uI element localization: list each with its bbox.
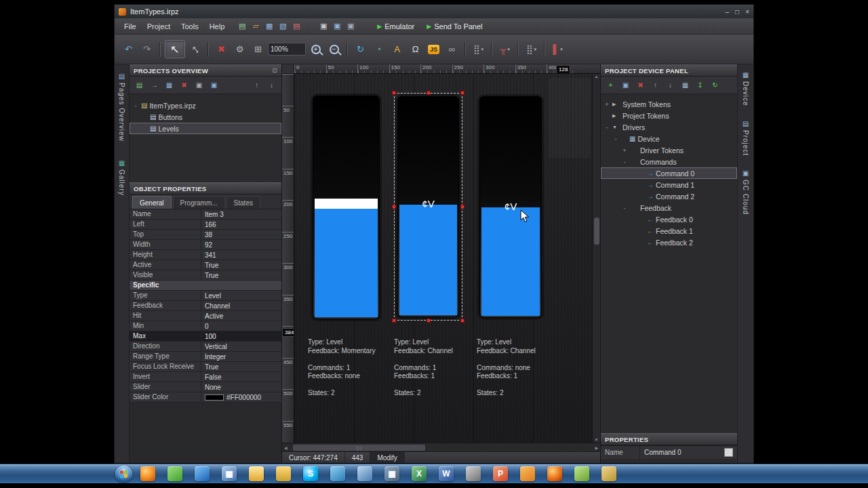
expander-icon[interactable]: -: [612, 136, 619, 142]
tree-item[interactable]: + ▶ System Tokens: [601, 98, 737, 110]
menu-item[interactable]: File: [119, 20, 142, 33]
powerpoint-icon[interactable]: P: [489, 466, 512, 483]
property-row[interactable]: Active True: [130, 260, 281, 270]
tree-item[interactable]: + Driver Tokens: [601, 144, 737, 156]
property-value[interactable]: 38: [201, 230, 281, 239]
keys-icon[interactable]: [597, 466, 620, 483]
skype-icon[interactable]: S: [299, 466, 322, 483]
tree-item[interactable]: ← Feedback 1: [601, 225, 737, 237]
property-row[interactable]: Slider None: [130, 382, 281, 392]
property-value[interactable]: Integer: [201, 352, 281, 361]
expander-icon[interactable]: -: [621, 159, 628, 165]
delete-button[interactable]: ✖: [633, 79, 648, 92]
new-page-button[interactable]: ▤: [235, 20, 249, 33]
maximize-button[interactable]: □: [735, 8, 739, 16]
emulator-button[interactable]: ▶ Emulator: [371, 21, 420, 32]
duplicate-button[interactable]: ▣: [618, 79, 633, 92]
tree-item[interactable]: ▤ Buttons: [130, 111, 281, 123]
move-up-button[interactable]: ↑: [648, 79, 663, 92]
property-row[interactable]: Invert False: [130, 372, 281, 382]
window-app-icon[interactable]: [353, 466, 376, 483]
zoom-out-button[interactable]: −: [326, 40, 342, 58]
name-value-field[interactable]: Command 0: [640, 448, 737, 457]
move-up-button[interactable]: ↑: [250, 79, 264, 92]
orbit-tool[interactable]: ◔: [370, 40, 387, 58]
menu-item[interactable]: Help: [204, 20, 231, 33]
move-down-button[interactable]: ↓: [264, 79, 279, 92]
grid-options[interactable]: ⣿: [470, 40, 487, 58]
selection-handle[interactable]: [460, 91, 465, 95]
tree-item[interactable]: → Command 2: [601, 190, 737, 202]
side-tab[interactable]: ▤ Project: [742, 120, 749, 156]
media-player-icon[interactable]: [191, 466, 214, 483]
send-to-panel-button[interactable]: ▶ Send To Panel: [420, 21, 488, 32]
grid-app-icon[interactable]: ▦: [380, 466, 403, 483]
save-app-icon[interactable]: ▦: [218, 466, 241, 483]
tree-item[interactable]: ▶ Project Tokens: [601, 110, 737, 121]
selection-handle[interactable]: [460, 319, 465, 323]
delete-tool[interactable]: ✖: [213, 40, 230, 58]
property-value[interactable]: 92: [201, 240, 281, 249]
copy-button[interactable]: ▣: [192, 79, 206, 92]
property-value[interactable]: #FF000000: [201, 392, 281, 402]
scroll-left-icon[interactable]: ◀: [284, 445, 288, 450]
property-value[interactable]: Channel: [201, 301, 281, 310]
property-value[interactable]: 166: [201, 220, 281, 229]
selection-handle[interactable]: [427, 319, 431, 323]
property-row[interactable]: Width 92: [130, 240, 281, 250]
selection-handle[interactable]: [392, 91, 396, 95]
palette-tool[interactable]: A: [389, 40, 406, 58]
property-value[interactable]: Item 3: [201, 209, 281, 219]
explorer-icon[interactable]: [245, 466, 268, 483]
keyboard-button[interactable]: ▦: [678, 79, 692, 92]
level-item-2-selected[interactable]: ¢V: [397, 96, 459, 317]
expander-icon[interactable]: +: [604, 101, 610, 108]
browser-icon[interactable]: [543, 466, 566, 483]
snap-options[interactable]: ⣿: [523, 40, 540, 58]
tree-item[interactable]: - ▦ Device: [601, 133, 737, 144]
refresh-button[interactable]: ↻: [708, 79, 722, 92]
delete-page-button[interactable]: ▤: [290, 20, 303, 33]
folder-icon[interactable]: [272, 466, 295, 483]
js-badge[interactable]: JS: [425, 40, 442, 58]
scroll-down-icon[interactable]: ▼: [595, 438, 599, 442]
close-button[interactable]: ×: [745, 8, 749, 16]
tree-item[interactable]: ▤ Levels: [130, 123, 281, 134]
properties-tab[interactable]: General: [132, 196, 172, 209]
expander-icon[interactable]: -: [604, 124, 610, 131]
word-icon[interactable]: W: [435, 466, 458, 483]
tree-item[interactable]: - Commands: [601, 156, 737, 167]
select-tool[interactable]: ↖: [165, 40, 185, 58]
property-row[interactable]: Hit Active: [130, 311, 281, 321]
property-row[interactable]: Direction Vertical: [130, 342, 281, 352]
zoom-in-button[interactable]: +: [307, 40, 324, 58]
rotate-tool[interactable]: ↻: [352, 40, 369, 58]
property-value[interactable]: Vertical: [201, 342, 281, 351]
selection-handle[interactable]: [392, 205, 396, 209]
open-button[interactable]: ▱: [249, 20, 262, 33]
property-row[interactable]: Top 38: [130, 230, 281, 240]
tree-item[interactable]: ← Feedback 0: [601, 214, 737, 225]
property-row[interactable]: Slider Color #FF000000: [130, 392, 281, 403]
property-value[interactable]: Active: [201, 311, 281, 321]
side-tab[interactable]: ▦ Gallery: [118, 159, 125, 196]
horizontal-scrollbar[interactable]: ◀ ||| ▶: [282, 443, 600, 451]
expander-icon[interactable]: +: [621, 147, 628, 154]
selection-handle[interactable]: [427, 91, 431, 95]
delete-button[interactable]: ✖: [177, 79, 191, 92]
notes-icon[interactable]: [570, 466, 593, 483]
messenger-icon[interactable]: [326, 466, 349, 483]
menu-item[interactable]: Tools: [176, 20, 204, 33]
import-button[interactable]: →: [147, 79, 161, 92]
copy-button[interactable]: ▣: [317, 20, 330, 33]
excel-icon[interactable]: X: [408, 466, 431, 483]
gear-tool[interactable]: ⚙: [231, 40, 248, 58]
direct-select-tool[interactable]: ↖: [186, 40, 203, 58]
add-page-button[interactable]: ▤: [132, 79, 146, 92]
expander-icon[interactable]: -: [132, 102, 139, 109]
link-tool[interactable]: ∞: [443, 40, 460, 58]
paste-button[interactable]: ▣: [330, 20, 344, 33]
property-value[interactable]: False: [201, 372, 281, 382]
tree-item[interactable]: - ▼ Drivers: [601, 121, 737, 133]
import-button[interactable]: ↧: [693, 79, 707, 92]
